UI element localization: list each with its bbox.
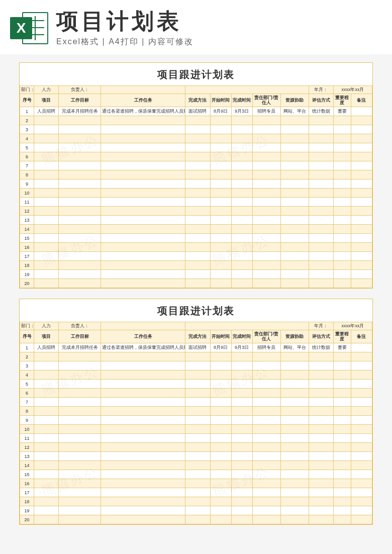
cell [210, 279, 231, 288]
cell [351, 434, 372, 443]
cell [252, 225, 280, 234]
cell [185, 270, 210, 279]
cell [252, 398, 280, 407]
cell [309, 270, 333, 279]
cell [101, 515, 185, 524]
cell [309, 497, 333, 506]
table-row: 13 [20, 452, 372, 461]
table-row: 5 [20, 380, 372, 389]
cell [59, 452, 101, 461]
cell [231, 407, 252, 416]
cell [185, 398, 210, 407]
cell [185, 515, 210, 524]
cell [333, 189, 351, 198]
cell [231, 361, 252, 371]
cell: 11 [20, 198, 34, 207]
cell [210, 189, 231, 198]
cell [59, 380, 101, 389]
cell [351, 461, 372, 470]
cell [351, 488, 372, 497]
cell [210, 125, 231, 134]
column-header: 开始时间 [210, 330, 231, 343]
cell: 5 [20, 143, 34, 152]
cell [185, 198, 210, 207]
column-header: 工作任务 [101, 330, 185, 343]
cell: 9 [20, 416, 34, 425]
cell [34, 189, 59, 198]
cell [351, 343, 372, 352]
cell [101, 479, 185, 488]
page-title: 项目计划表 [56, 9, 382, 33]
cell [351, 216, 372, 225]
cell [252, 443, 280, 452]
cell: 3 [20, 361, 34, 371]
cell [351, 125, 372, 134]
meta-ym-value: xxxx年xx月 [333, 322, 372, 330]
cell [101, 380, 185, 389]
cell [333, 179, 351, 189]
cell [351, 506, 372, 515]
cell [231, 179, 252, 189]
cell [59, 134, 101, 143]
cell [231, 470, 252, 479]
cell [34, 389, 59, 398]
cell [231, 452, 252, 461]
table-row: 12 [20, 443, 372, 452]
cell: 1 [20, 343, 34, 352]
cell [59, 479, 101, 488]
cell [210, 270, 231, 279]
cell [185, 116, 210, 125]
cell: 9 [20, 179, 34, 189]
table-row: 8 [20, 170, 372, 179]
cell: 2 [20, 352, 34, 361]
cell [252, 371, 280, 380]
cell [210, 470, 231, 479]
cell [101, 398, 185, 407]
cell: 10 [20, 189, 34, 198]
table-row: 6 [20, 389, 372, 398]
cell [280, 506, 309, 515]
cell [231, 134, 252, 143]
cell [185, 479, 210, 488]
cell [185, 161, 210, 170]
cell [252, 279, 280, 288]
cell [231, 443, 252, 452]
cell [351, 425, 372, 434]
column-header: 序号 [20, 330, 34, 343]
cell [231, 416, 252, 425]
cell [185, 189, 210, 198]
cell [252, 470, 280, 479]
cell [34, 479, 59, 488]
cell [59, 261, 101, 270]
cell [185, 389, 210, 398]
cell [351, 152, 372, 161]
cell [252, 143, 280, 152]
cell [210, 425, 231, 434]
cell [59, 371, 101, 380]
column-header: 责任部门/责任人 [252, 94, 280, 107]
cell: 8月9日 [210, 343, 231, 352]
cell [185, 261, 210, 270]
cell [210, 479, 231, 488]
cell: 1 [20, 107, 34, 116]
cell [351, 389, 372, 398]
cell [185, 425, 210, 434]
cell [252, 152, 280, 161]
cell [351, 270, 372, 279]
cell [252, 234, 280, 243]
cell [309, 152, 333, 161]
cell [34, 461, 59, 470]
table-row: 16 [20, 243, 372, 252]
table-row: 18 [20, 497, 372, 506]
cell [333, 443, 351, 452]
column-header: 开始时间 [210, 94, 231, 107]
cell: 2 [20, 116, 34, 125]
cell [59, 279, 101, 288]
cell: 7 [20, 161, 34, 170]
column-header: 备注 [351, 330, 372, 343]
cell: 13 [20, 452, 34, 461]
cell [210, 434, 231, 443]
cell [351, 234, 372, 243]
cell [351, 279, 372, 288]
table-row: 20 [20, 279, 372, 288]
